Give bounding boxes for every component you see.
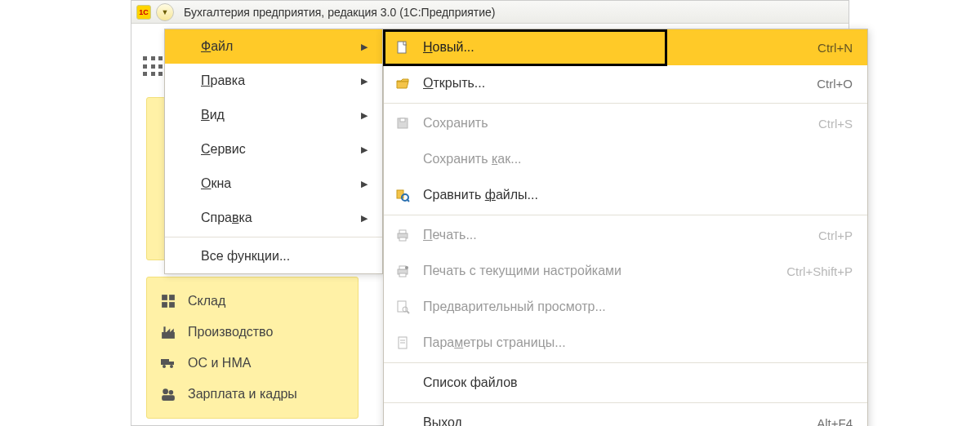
file-menu-item: Сохранить как... <box>384 141 867 177</box>
menu-item-label: Сохранить <box>423 116 807 131</box>
file-menu-item[interactable]: ВыходAlt+F4 <box>384 405 867 426</box>
menu-item-shortcut: Ctrl+S <box>818 117 853 131</box>
svg-rect-28 <box>398 301 406 312</box>
menu-separator <box>384 103 867 104</box>
svg-rect-3 <box>169 302 175 308</box>
svg-rect-17 <box>400 118 405 122</box>
menu-item-label: Сравнить файлы... <box>423 188 853 202</box>
chevron-right-icon: ▶ <box>361 110 368 121</box>
menu-separator <box>384 362 867 363</box>
sidebar-item-assets[interactable]: ОС и НМА <box>147 348 358 379</box>
file-menu-item: Параметры страницы... <box>384 325 867 361</box>
menu-separator <box>384 402 867 403</box>
save-icon <box>394 115 412 131</box>
menu-item-shortcut: Ctrl+N <box>817 41 853 55</box>
file-menu-item[interactable]: Новый...Ctrl+N <box>384 29 867 65</box>
app-client-area: Склад Производство ОС и НМА Зарплата и к… <box>131 24 849 425</box>
main-menu-item[interactable]: Правка▶ <box>165 64 382 98</box>
print-icon <box>394 227 412 243</box>
file-menu-item[interactable]: Открыть...Ctrl+O <box>384 65 867 101</box>
file-menu-item: Печать с текущими настройкамиCtrl+Shift+… <box>384 253 867 289</box>
sidebar-item-production[interactable]: Производство <box>147 317 358 348</box>
file-menu-item[interactable]: Сравнить файлы... <box>384 177 867 213</box>
menu-item-label: Открыть... <box>423 76 805 91</box>
menu-item-label: Правка <box>201 73 245 88</box>
main-menu-item[interactable]: Файл▶ <box>165 29 382 64</box>
main-menu-item[interactable]: Вид▶ <box>165 98 382 132</box>
menu-item-shortcut: Alt+F4 <box>817 416 853 427</box>
grip-icon[interactable] <box>143 56 164 78</box>
svg-line-20 <box>407 199 409 202</box>
menu-item-label: Сервис <box>201 142 246 157</box>
svg-rect-4 <box>162 332 175 339</box>
svg-rect-1 <box>169 295 175 300</box>
menu-item-label: Вид <box>201 108 225 122</box>
menu-item-label: Сохранить как... <box>423 152 853 166</box>
sidebar-item-label: Склад <box>188 294 225 308</box>
blank-icon <box>394 151 412 167</box>
menu-item-label: Печать... <box>423 228 807 242</box>
sidebar-item-label: ОС и НМА <box>188 356 251 371</box>
menu-item-label: Справка <box>201 211 252 225</box>
file-submenu: Новый...Ctrl+NОткрыть...Ctrl+OСохранитьC… <box>383 29 868 426</box>
menu-item-label: Все функции... <box>201 249 290 264</box>
svg-rect-14 <box>162 395 175 401</box>
chevron-right-icon: ▶ <box>361 144 368 155</box>
compare-icon <box>394 187 412 203</box>
factory-icon <box>160 325 176 339</box>
menu-item-label: Печать с текущими настройками <box>423 264 775 278</box>
svg-marker-7 <box>170 329 174 333</box>
file-menu-item: Печать...Ctrl+P <box>384 217 867 253</box>
menu-item-label: Параметры страницы... <box>423 335 853 350</box>
main-menu: Файл▶Правка▶Вид▶Сервис▶Окна▶Справка▶Все … <box>164 29 383 274</box>
svg-marker-6 <box>167 329 171 333</box>
people-icon <box>160 387 176 402</box>
svg-rect-25 <box>399 266 406 269</box>
main-menu-item[interactable]: Сервис▶ <box>165 132 382 166</box>
svg-rect-23 <box>399 237 406 241</box>
svg-rect-9 <box>169 362 174 365</box>
svg-line-30 <box>407 311 409 313</box>
menu-separator <box>384 215 867 215</box>
menu-item-shortcut: Ctrl+P <box>818 229 853 242</box>
svg-rect-5 <box>163 326 165 332</box>
svg-point-10 <box>163 365 166 368</box>
file-menu-item[interactable]: Список файлов <box>384 365 867 401</box>
menu-item-shortcut: Ctrl+Shift+P <box>786 264 853 278</box>
svg-point-27 <box>405 266 408 269</box>
sidebar-item-label: Производство <box>188 325 273 339</box>
menu-item-label: Файл <box>201 39 233 54</box>
sidebar-item-payroll[interactable]: Зарплата и кадры <box>147 379 358 410</box>
preview-icon <box>394 299 412 315</box>
blank-icon <box>394 415 412 426</box>
svg-point-13 <box>169 390 174 395</box>
file-new-icon <box>394 39 412 55</box>
chevron-right-icon: ▶ <box>361 179 368 189</box>
main-menu-item[interactable]: Все функции... <box>165 239 382 273</box>
chevron-right-icon: ▶ <box>361 213 368 224</box>
svg-rect-0 <box>162 295 167 300</box>
chevron-right-icon: ▶ <box>361 76 368 87</box>
menu-item-label: Новый... <box>423 40 806 55</box>
file-menu-item: СохранитьCtrl+S <box>384 105 867 141</box>
svg-rect-26 <box>399 273 406 277</box>
warehouse-icon <box>160 294 176 308</box>
main-dropdown-button[interactable]: ▼ <box>156 3 174 21</box>
blank-icon <box>394 375 412 391</box>
svg-point-12 <box>163 388 168 394</box>
svg-rect-15 <box>398 42 406 53</box>
sidebar-item-sklad[interactable]: Склад <box>147 286 358 317</box>
menu-item-label: Список файлов <box>423 375 853 390</box>
truck-icon <box>160 356 176 371</box>
sidebar-item-label: Зарплата и кадры <box>188 387 297 402</box>
svg-rect-22 <box>399 230 406 233</box>
folder-open-icon <box>394 75 412 91</box>
svg-point-11 <box>170 365 173 368</box>
titlebar: 1C ▼ Бухгалтерия предприятия, редакция 3… <box>131 1 849 24</box>
sidebar: Склад Производство ОС и НМА Зарплата и к… <box>146 277 359 419</box>
main-menu-item[interactable]: Справка▶ <box>165 201 382 235</box>
logo-1c-icon: 1C <box>136 5 151 20</box>
main-menu-item[interactable]: Окна▶ <box>165 166 382 201</box>
page-setup-icon <box>394 335 412 351</box>
menu-item-label: Предварительный просмотр... <box>423 300 853 314</box>
